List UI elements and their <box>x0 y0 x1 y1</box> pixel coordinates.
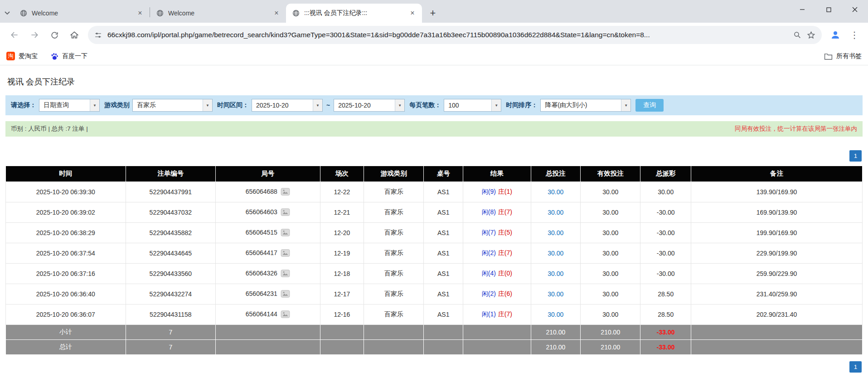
result-player: 闲(9) <box>482 188 496 195</box>
globe-favicon-icon <box>156 10 164 17</box>
round-detail-icon[interactable] <box>281 290 290 298</box>
page-number-button[interactable]: 1 <box>849 361 862 373</box>
minimize-button[interactable] <box>789 0 815 19</box>
cell-session: 12-21 <box>320 202 364 222</box>
cell-total-bet-link[interactable]: 30.00 <box>531 304 581 324</box>
reload-icon[interactable] <box>45 26 63 44</box>
close-window-button[interactable] <box>842 0 868 19</box>
round-detail-icon[interactable] <box>281 229 290 236</box>
browser-menu-icon[interactable]: ⋮ <box>846 29 863 40</box>
bookmark-taobao[interactable]: 淘 爱淘宝 <box>6 52 38 60</box>
header-valid-bet: 有效投注 <box>581 166 640 182</box>
tab-search-chevron-icon[interactable] <box>1 4 14 23</box>
table-row: 2025-10-20 06:37:54 522904434645 6560644… <box>6 243 863 263</box>
table-row: 2025-10-20 06:37:16 522904433560 6560643… <box>6 263 863 284</box>
cell-note: 259.90/229.90 <box>691 263 862 284</box>
cell-game: 百家乐 <box>364 182 423 202</box>
table-row: 2025-10-20 06:39:02 522904437032 6560646… <box>6 202 863 222</box>
forward-icon[interactable] <box>25 26 44 44</box>
cell-total-bet-link[interactable]: 30.00 <box>531 243 581 263</box>
tab-close-icon[interactable]: × <box>407 8 417 18</box>
cell-payout: 28.50 <box>640 304 691 324</box>
search-button[interactable]: 查询 <box>635 99 664 112</box>
folder-icon <box>824 53 833 60</box>
date-to-select[interactable]: 2025-10-20 ▼ <box>334 99 405 112</box>
tab-welcome-1[interactable]: Welcome × <box>14 4 150 23</box>
cell-game: 百家乐 <box>364 304 423 324</box>
chevron-down-icon[interactable]: ▼ <box>203 99 212 111</box>
sort-label: 时间排序： <box>506 101 538 109</box>
header-table-no: 桌号 <box>424 166 463 182</box>
total-label: 总计 <box>6 339 126 354</box>
round-detail-icon[interactable] <box>281 208 290 216</box>
result-player: 闲(8) <box>482 208 496 216</box>
round-detail-icon[interactable] <box>281 270 290 277</box>
site-info-icon[interactable] <box>94 31 102 39</box>
cell-time: 2025-10-20 06:36:07 <box>6 304 126 324</box>
date-from-select[interactable]: 2025-10-20 ▼ <box>252 99 323 112</box>
cell-game: 百家乐 <box>364 284 423 304</box>
cell-round-id: 656064515 <box>216 222 320 243</box>
footer-empty-cell <box>691 339 862 354</box>
chevron-down-icon[interactable]: ▼ <box>621 99 630 111</box>
zoom-icon[interactable] <box>793 31 801 39</box>
result-player: 闲(7) <box>482 229 496 236</box>
cell-total-bet-link[interactable]: 30.00 <box>531 182 581 202</box>
cell-total-bet-link[interactable]: 30.00 <box>531 284 581 304</box>
new-tab-button[interactable]: + <box>425 5 441 21</box>
total-valid-bet: 210.00 <box>581 339 640 354</box>
subtotal-payout: -33.00 <box>640 324 691 339</box>
url-text[interactable]: 66cxkj98.com/ipl/portal.php/game/betreco… <box>107 31 788 39</box>
cell-total-bet-link[interactable]: 30.00 <box>531 202 581 222</box>
profile-avatar-icon[interactable] <box>826 26 844 44</box>
query-type-select[interactable]: 日期查询 ▼ <box>39 99 100 112</box>
cell-game: 百家乐 <box>364 243 423 263</box>
chevron-down-icon[interactable]: ▼ <box>90 99 99 111</box>
tab-close-icon[interactable]: × <box>272 8 281 18</box>
cell-result: 闲(9)庄(1) <box>463 182 531 202</box>
round-detail-icon[interactable] <box>281 310 290 318</box>
round-detail-icon[interactable] <box>281 249 290 257</box>
result-banker: 庄(6) <box>498 290 512 297</box>
tab-welcome-2[interactable]: Welcome × <box>150 4 286 23</box>
maximize-button[interactable] <box>815 0 842 19</box>
per-page-select[interactable]: 100 ▼ <box>444 99 501 112</box>
round-detail-icon[interactable] <box>281 188 290 196</box>
back-icon[interactable] <box>5 26 24 44</box>
tab-title: Welcome <box>168 10 268 17</box>
cell-valid-bet: 30.00 <box>581 202 640 222</box>
game-type-select[interactable]: 百家乐 ▼ <box>132 99 213 112</box>
info-bar: 币别 : 人民币 | 总共 :7 注单 | 同局有效投注，统一计算在该局第一张注… <box>5 121 863 137</box>
bookmark-label: 爱淘宝 <box>19 52 38 60</box>
cell-table-no: AS1 <box>424 284 463 304</box>
bookmark-baidu[interactable]: 百度一下 <box>50 52 87 60</box>
cell-result: 闲(2)庄(7) <box>463 243 531 263</box>
cell-game: 百家乐 <box>364 222 423 243</box>
tab-bet-record-active[interactable]: :::视讯 会员下注纪录::: × <box>286 4 422 23</box>
address-bar[interactable]: 66cxkj98.com/ipl/portal.php/game/betreco… <box>88 26 822 44</box>
cell-time: 2025-10-20 06:37:16 <box>6 263 126 284</box>
result-player: 闲(1) <box>482 310 496 318</box>
cell-total-bet-link[interactable]: 30.00 <box>531 222 581 243</box>
chevron-down-icon[interactable]: ▼ <box>491 99 501 111</box>
chevron-down-icon[interactable]: ▼ <box>395 99 404 111</box>
sort-select[interactable]: 降幂(由大到小) ▼ <box>540 99 631 112</box>
cell-table-no: AS1 <box>424 182 463 202</box>
cell-note: 231.40/259.90 <box>691 284 862 304</box>
chevron-down-icon[interactable]: ▼ <box>313 99 322 111</box>
home-icon[interactable] <box>65 26 83 44</box>
subtotal-label: 小计 <box>6 324 126 339</box>
cell-valid-bet: 30.00 <box>581 222 640 243</box>
page-number-button[interactable]: 1 <box>849 150 862 162</box>
all-bookmarks[interactable]: 所有书签 <box>824 52 862 60</box>
currency-summary: 币别 : 人民币 | 总共 :7 注单 | <box>11 125 88 133</box>
cell-total-bet-link[interactable]: 30.00 <box>531 263 581 284</box>
cell-round-id: 656064417 <box>216 243 320 263</box>
cell-round-id: 656064231 <box>216 284 320 304</box>
cell-session: 12-16 <box>320 304 364 324</box>
table-row: 2025-10-20 06:36:40 522904432274 6560642… <box>6 284 863 304</box>
bookmark-star-icon[interactable] <box>807 31 815 39</box>
round-id-text: 656064515 <box>246 229 277 236</box>
cell-payout: -30.00 <box>640 243 691 263</box>
tab-close-icon[interactable]: × <box>135 8 145 18</box>
